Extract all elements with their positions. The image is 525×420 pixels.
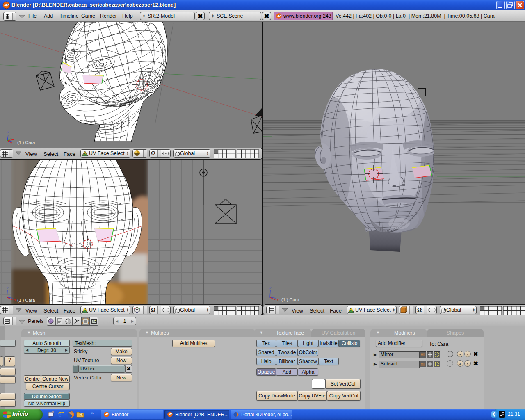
svg-text:(1 ) Cara: (1 ) Cara bbox=[17, 140, 35, 145]
svg-text:z: z bbox=[7, 285, 9, 290]
svg-text:(1 ) Cara: (1 ) Cara bbox=[17, 298, 35, 303]
svg-text:Ω: Ω bbox=[417, 307, 422, 313]
svg-text:x: x bbox=[14, 298, 16, 302]
svg-text:z: z bbox=[269, 285, 272, 290]
svg-text:Ω: Ω bbox=[151, 151, 155, 157]
svg-text:x: x bbox=[277, 298, 279, 302]
svg-text:(1 ) Cara: (1 ) Cara bbox=[281, 297, 299, 302]
svg-text:e: e bbox=[58, 411, 62, 418]
svg-text:z: z bbox=[7, 130, 9, 134]
svg-text:Ω: Ω bbox=[151, 307, 155, 313]
